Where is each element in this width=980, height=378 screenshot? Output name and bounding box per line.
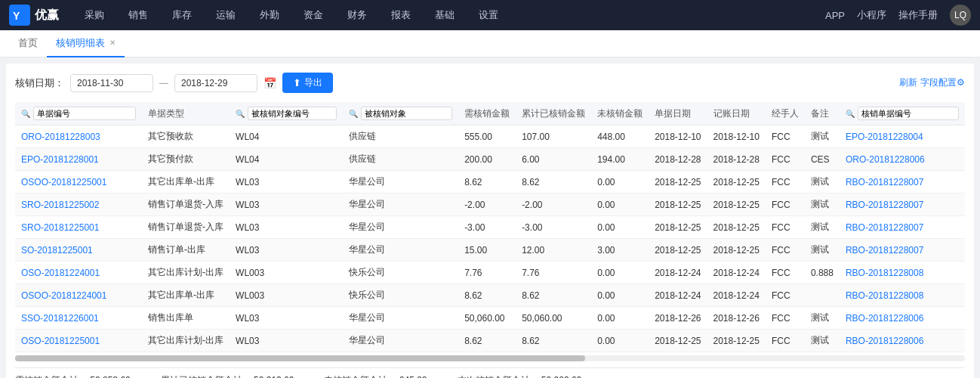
col-verified-no: 🔍 <box>230 102 343 125</box>
col-need-amount: 需核销金额 <box>458 102 516 125</box>
filter-date-label: 核销日期： <box>15 76 64 90</box>
nav-item-report[interactable]: 报表 <box>381 5 421 25</box>
table-cell: 8.62 <box>516 284 591 307</box>
table-cell: 12.00 <box>516 239 591 262</box>
table-cell: 200.00 <box>458 148 516 171</box>
nav-menu: 采购 销售 库存 运输 外勤 资金 财务 报表 基础 设置 <box>74 5 825 25</box>
table-cell[interactable]: SSO-20181226001 <box>15 307 142 330</box>
this-total-value: 50,003.62 <box>541 375 581 378</box>
table-cell: 8.62 <box>458 330 516 352</box>
main-content: 核销日期： — 📅 ⬆ 导出 刷新 字段配置⚙ 🔍 <box>6 64 974 378</box>
table-cell[interactable]: OSO-20181225001 <box>15 330 142 352</box>
nav-item-inventory[interactable]: 库存 <box>162 5 202 25</box>
nav-item-transport[interactable]: 运输 <box>205 5 246 25</box>
nav-app[interactable]: APP <box>825 10 845 21</box>
need-total-label: 需核销金额合计： <box>15 375 88 378</box>
date-from-input[interactable] <box>70 74 153 92</box>
table-cell: 8.62 <box>458 284 516 307</box>
search-verified-no[interactable] <box>248 107 337 120</box>
table-cell[interactable]: RBO-20181228008 <box>840 262 965 284</box>
table-cell[interactable]: ORO-20181228003 <box>15 125 142 148</box>
table-cell[interactable]: EPO-20181228004 <box>840 125 965 148</box>
table-cell: FCC <box>766 239 805 262</box>
col-remark: 备注 <box>805 102 840 125</box>
table-cell: WL003 <box>230 284 343 307</box>
table-cell: 华星公司 <box>343 307 458 330</box>
refresh-link[interactable]: 刷新 <box>899 76 917 89</box>
table-cell: WL03 <box>230 307 343 330</box>
table-cell: WL003 <box>230 262 343 284</box>
table-cell: 其它出库单-出库 <box>142 171 230 194</box>
tab-bar: 首页 核销明细表 ✕ <box>0 30 980 57</box>
table-cell: 华星公司 <box>343 239 458 262</box>
table-row: OSOO-20181224001其它出库单-出库WL003快乐公司8.628.6… <box>15 284 965 307</box>
column-config-link[interactable]: 字段配置⚙ <box>920 76 965 89</box>
table-cell: 50,060.00 <box>516 307 591 330</box>
table-body: ORO-20181228003其它预收款WL04供应链555.00107.004… <box>15 125 965 352</box>
search-order-no[interactable] <box>33 107 136 120</box>
search-verify-order-no[interactable] <box>858 107 959 120</box>
table-cell: 销售出库单 <box>142 307 230 330</box>
horizontal-scrollbar[interactable] <box>15 355 965 361</box>
table-cell: 8.62 <box>516 171 591 194</box>
table-cell: 供应链 <box>343 148 458 171</box>
table-cell[interactable]: EPO-20181228001 <box>15 148 142 171</box>
table-cell[interactable]: SRO-20181225002 <box>15 194 142 216</box>
table-cell[interactable]: RBO-20181228007 <box>840 171 965 194</box>
tab-home[interactable]: 首页 <box>9 30 47 57</box>
nav-item-finance[interactable]: 资金 <box>293 5 334 25</box>
table-cell: FCC <box>766 171 805 194</box>
table-cell: 2018-12-24 <box>649 284 707 307</box>
export-button[interactable]: ⬆ 导出 <box>282 73 333 93</box>
table-cell: 8.62 <box>516 330 591 352</box>
table-cell[interactable]: OSOO-20181225001 <box>15 171 142 194</box>
table-cell[interactable]: SO-20181225001 <box>15 239 142 262</box>
table-cell[interactable]: RBO-20181228006 <box>840 307 965 330</box>
table-cell: 2018-12-25 <box>649 216 707 239</box>
nav-item-accounting[interactable]: 财务 <box>337 5 378 25</box>
table-cell: 107.00 <box>516 125 591 148</box>
table-cell[interactable]: OSOO-20181224001 <box>15 284 142 307</box>
table-cell: 测试 <box>805 171 840 194</box>
table-cell: CES <box>805 148 840 171</box>
nav-item-sales[interactable]: 销售 <box>118 5 159 25</box>
table-cell: WL03 <box>230 216 343 239</box>
nav-item-purchase[interactable]: 采购 <box>74 5 115 25</box>
table-cell: 2018-12-24 <box>707 262 766 284</box>
table-row: EPO-20181228001其它预付款WL04供应链200.006.00194… <box>15 148 965 171</box>
table-cell[interactable]: OSO-20181224001 <box>15 262 142 284</box>
nav-manual[interactable]: 操作手册 <box>898 8 938 22</box>
nav-miniapp[interactable]: 小程序 <box>857 8 886 22</box>
table-cell[interactable]: RBO-20181228007 <box>840 239 965 262</box>
nav-item-settings[interactable]: 设置 <box>468 5 509 25</box>
table-cell: 测试 <box>805 330 840 352</box>
date-to-input[interactable] <box>174 74 257 92</box>
table-header-row: 🔍 单据类型 🔍 � <box>15 102 965 125</box>
table-cell: 其它出库单-出库 <box>142 284 230 307</box>
table-cell: 2018-12-25 <box>707 216 766 239</box>
table-cell: 销售订单退货-入库 <box>142 194 230 216</box>
table-cell[interactable]: RBO-20181228008 <box>840 284 965 307</box>
table-cell: 其它预付款 <box>142 148 230 171</box>
table-cell: 2018-12-25 <box>707 239 766 262</box>
table-cell: 测试 <box>805 125 840 148</box>
table-cell: 2018-12-10 <box>649 125 707 148</box>
scrollbar-thumb[interactable] <box>15 355 585 361</box>
table-cell: WL03 <box>230 194 343 216</box>
table-cell[interactable]: RBO-20181228007 <box>840 216 965 239</box>
nav-item-field[interactable]: 外勤 <box>249 5 290 25</box>
table-cell[interactable]: RBO-20181228007 <box>840 194 965 216</box>
tab-verify-detail[interactable]: 核销明细表 ✕ <box>47 30 125 57</box>
nav-item-basic[interactable]: 基础 <box>424 5 465 25</box>
col-order-type: 单据类型 <box>142 102 230 125</box>
table-cell: 2018-12-26 <box>707 307 766 330</box>
search-verified-obj[interactable] <box>361 107 452 120</box>
table-cell[interactable]: ORO-20181228006 <box>840 148 965 171</box>
table-cell: FCC <box>766 148 805 171</box>
avatar[interactable]: LQ <box>950 5 971 26</box>
table-cell[interactable]: SRO-20181225001 <box>15 216 142 239</box>
acc-total-value: 50,213.62 <box>254 375 294 378</box>
tab-close-icon[interactable]: ✕ <box>109 39 116 47</box>
table-cell: 2018-12-25 <box>707 330 766 352</box>
table-cell[interactable]: RBO-20181228006 <box>840 330 965 352</box>
